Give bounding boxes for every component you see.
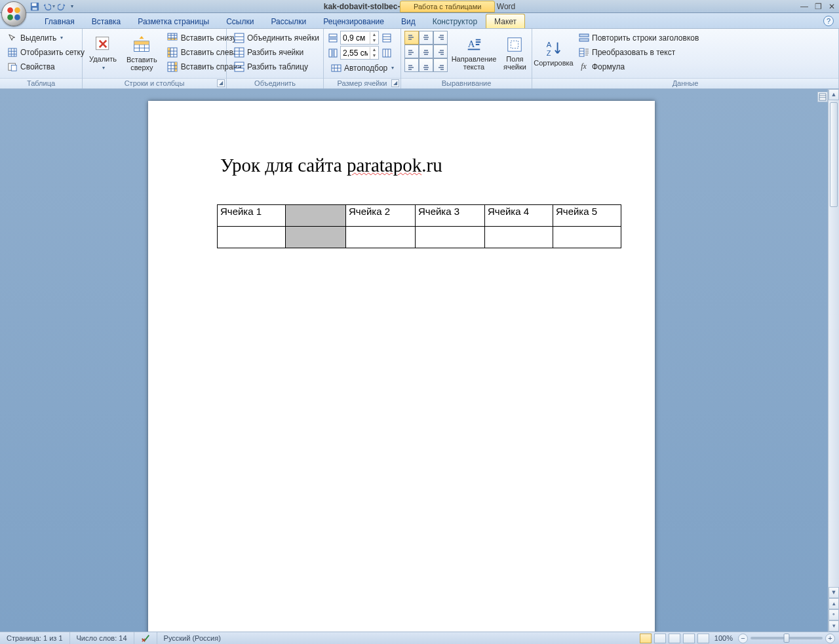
tab-references[interactable]: Ссылки (218, 14, 262, 28)
status-page[interactable]: Страница: 1 из 1 (0, 632, 70, 644)
scroll-thumb[interactable] (830, 102, 838, 207)
table-cell[interactable] (485, 227, 553, 248)
repeat-header-icon (578, 32, 589, 43)
sort-icon: AZ (545, 40, 562, 57)
minimize-button[interactable]: — (798, 1, 810, 12)
distribute-rows-icon[interactable] (381, 32, 392, 43)
formula-button[interactable]: fxФормула (575, 60, 702, 73)
tab-view[interactable]: Вид (393, 14, 424, 28)
window-controls: — ❐ ✕ (798, 1, 838, 12)
sort-button[interactable]: AZ Сортировка (536, 31, 572, 76)
status-word-count[interactable]: Число слов: 14 (70, 632, 134, 644)
scroll-down-icon[interactable]: ▼ (829, 587, 839, 598)
page[interactable]: Урок для сайта paratapok.ru Ячейка 1Ячей… (148, 101, 655, 632)
zoom-slider[interactable] (751, 637, 823, 639)
tab-insert[interactable]: Вставка (83, 14, 130, 28)
table-cell[interactable]: Ячейка 3 (416, 205, 485, 227)
align-top-right[interactable] (433, 31, 448, 45)
table-cell[interactable]: Ячейка 1 (218, 205, 286, 227)
qat-customize-icon[interactable]: ▾ (71, 3, 73, 9)
next-page-icon[interactable]: ▾ (829, 620, 839, 632)
document-heading[interactable]: Урок для сайта paratapok.ru (220, 155, 442, 176)
align-mid-right[interactable] (433, 45, 448, 58)
table-cell[interactable] (218, 227, 286, 248)
tab-home[interactable]: Главная (36, 14, 83, 28)
svg-text:A: A (468, 39, 475, 49)
table-insert-above-icon (132, 35, 151, 54)
table-cell[interactable] (286, 205, 346, 227)
svg-rect-21 (235, 62, 244, 66)
delete-button[interactable]: Удалить▾ (86, 31, 120, 76)
view-full-screen[interactable] (654, 634, 666, 643)
align-mid-left[interactable] (404, 45, 419, 58)
repeat-header-button[interactable]: Повторить строки заголовков (575, 31, 702, 45)
cell-margins-button[interactable]: Поля ячейки (500, 31, 530, 76)
split-cells-button[interactable]: Разбить ячейки (230, 45, 322, 59)
autofit-icon (330, 62, 341, 73)
tab-review[interactable]: Рецензирование (315, 14, 393, 28)
insert-above-button[interactable]: Вставить сверху (123, 31, 161, 76)
row-height-input[interactable]: ▲▼ (340, 31, 379, 45)
ruler-toggle-icon[interactable] (817, 92, 828, 102)
help-icon[interactable]: ? (823, 16, 834, 26)
svg-point-1 (14, 7, 20, 13)
office-button[interactable] (1, 1, 26, 26)
table-cell[interactable] (553, 227, 621, 248)
select-button[interactable]: Выделить▾ (3, 31, 88, 45)
align-bot-left[interactable] (404, 58, 419, 72)
dialog-launcher-icon[interactable]: ◢ (217, 79, 225, 87)
table-cell[interactable] (416, 227, 485, 248)
view-web-layout[interactable] (669, 634, 680, 643)
align-mid-center[interactable] (419, 45, 433, 58)
tab-design[interactable]: Конструктор (424, 14, 486, 28)
table-cell[interactable]: Ячейка 4 (485, 205, 553, 227)
align-bot-center[interactable] (419, 58, 433, 72)
group-title-table: Таблица (0, 78, 82, 88)
split-table-button[interactable]: Разбить таблицу (230, 60, 322, 73)
prev-page-icon[interactable]: ▴ (829, 598, 839, 609)
svg-text:A: A (546, 41, 551, 48)
text-direction-button[interactable]: A Направление текста (451, 31, 497, 76)
autofit-button[interactable]: Автоподбор▾ (327, 61, 397, 75)
zoom-out-button[interactable]: − (738, 634, 748, 643)
ribbon-tab-strip: Главная Вставка Разметка страницы Ссылки… (0, 13, 839, 29)
tab-page-layout[interactable]: Разметка страницы (129, 14, 218, 28)
status-language[interactable]: Русский (Россия) (157, 632, 227, 644)
document-table[interactable]: Ячейка 1Ячейка 2Ячейка 3Ячейка 4Ячейка 5 (217, 204, 621, 248)
dialog-launcher-icon[interactable]: ◢ (391, 79, 399, 87)
svg-rect-5 (32, 3, 37, 5)
distribute-cols-icon[interactable] (381, 47, 392, 58)
status-proofing[interactable] (134, 632, 157, 644)
table-cell[interactable]: Ячейка 2 (346, 205, 416, 227)
table-cell[interactable] (286, 227, 346, 248)
close-button[interactable]: ✕ (826, 1, 838, 12)
align-top-center[interactable] (419, 31, 433, 45)
grid-icon (7, 47, 18, 58)
zoom-percent[interactable]: 100% (714, 634, 733, 642)
zoom-in-button[interactable]: + (825, 634, 835, 643)
tab-layout[interactable]: Макет (486, 14, 525, 28)
align-top-left[interactable] (404, 31, 419, 45)
col-width-input[interactable]: ▲▼ (340, 46, 379, 60)
gridlines-button[interactable]: Отобразить сетку (3, 45, 88, 59)
table-cell[interactable]: Ячейка 5 (553, 205, 621, 227)
properties-button[interactable]: Свойства (3, 60, 88, 73)
svg-rect-9 (11, 65, 16, 71)
browse-object-icon[interactable]: ∘ (829, 609, 839, 620)
restore-button[interactable]: ❐ (812, 1, 824, 12)
save-icon[interactable] (30, 2, 39, 11)
view-print-layout[interactable] (640, 634, 652, 643)
align-bot-right[interactable] (433, 58, 448, 72)
vertical-scrollbar[interactable]: ▲ ▼ ▴ ∘ ▾ (828, 89, 839, 632)
scroll-up-icon[interactable]: ▲ (829, 89, 839, 100)
view-draft[interactable] (697, 634, 709, 643)
svg-rect-19 (235, 33, 244, 43)
table-cell[interactable] (346, 227, 416, 248)
convert-to-text-button[interactable]: Преобразовать в текст (575, 45, 702, 59)
tab-mailings[interactable]: Рассылки (262, 14, 315, 28)
undo-icon[interactable]: ▾ (42, 2, 55, 11)
svg-point-0 (7, 7, 13, 13)
view-outline[interactable] (683, 634, 695, 643)
merge-cells-button[interactable]: Объединить ячейки (230, 31, 322, 45)
redo-icon[interactable] (58, 2, 67, 11)
